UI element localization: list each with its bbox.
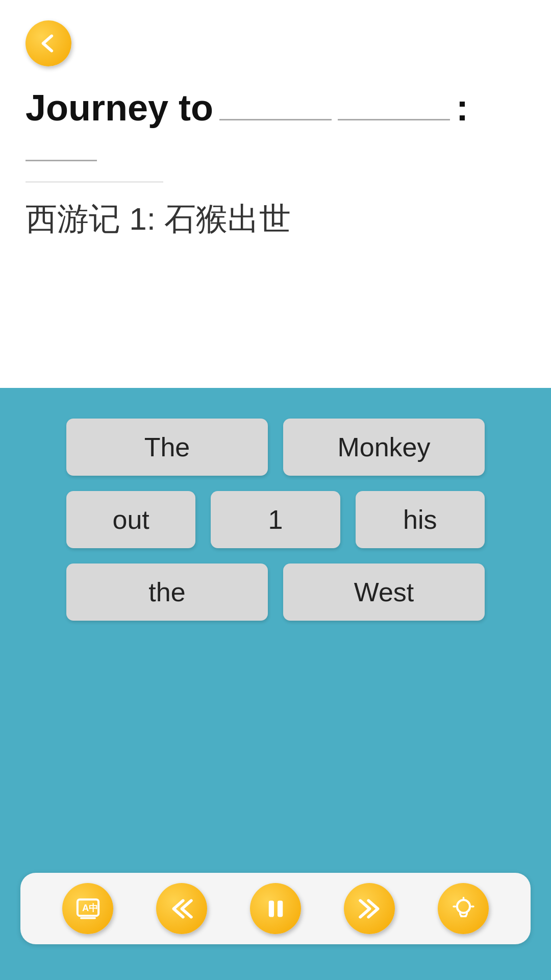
- word-row-1: The Monkey: [66, 419, 485, 476]
- title-line: Journey to :: [26, 87, 525, 161]
- tile-his[interactable]: his: [356, 491, 485, 548]
- word-row-2: out 1 his: [66, 491, 485, 548]
- svg-text:A中: A中: [82, 902, 98, 913]
- subtitle: 西游记 1: 石猴出世: [26, 198, 525, 240]
- svg-point-4: [457, 900, 469, 913]
- svg-rect-3: [277, 900, 282, 917]
- rewind-button[interactable]: [156, 883, 207, 934]
- divider: [26, 182, 163, 182]
- forward-button[interactable]: [344, 883, 395, 934]
- tile-west[interactable]: West: [283, 564, 485, 621]
- svg-rect-2: [268, 900, 273, 917]
- tile-out[interactable]: out: [66, 491, 195, 548]
- tile-the[interactable]: The: [66, 419, 268, 476]
- tile-monkey[interactable]: Monkey: [283, 419, 485, 476]
- hint-button[interactable]: [438, 883, 489, 934]
- blank-word2: [338, 94, 450, 120]
- title-prefix: Journey to: [26, 87, 213, 129]
- top-section: Journey to : 西游记 1: 石猴出世: [0, 0, 551, 388]
- tile-the2[interactable]: the: [66, 564, 268, 621]
- tile-1[interactable]: 1: [211, 491, 340, 548]
- back-button[interactable]: [26, 20, 71, 66]
- blank-word1: [219, 94, 332, 120]
- blank-word3: [26, 135, 97, 161]
- pause-button[interactable]: [250, 883, 301, 934]
- word-row-3: the West: [66, 564, 485, 621]
- word-grid: The Monkey out 1 his the West: [66, 419, 485, 621]
- flashcard-button[interactable]: A中: [62, 883, 113, 934]
- toolbar: A中: [20, 873, 531, 944]
- colon: :: [456, 87, 468, 129]
